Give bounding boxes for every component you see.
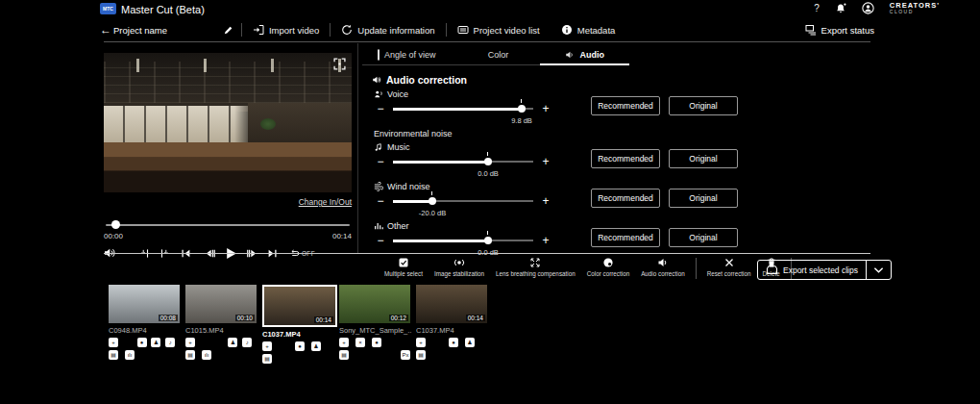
export-options-chevron-icon[interactable] (866, 261, 891, 279)
wind-noise-original-button[interactable]: Original (669, 189, 738, 208)
clip-item[interactable]: 00:12 Sony_MTC_Sample_... +×● ▤Px (339, 285, 412, 360)
project-video-list-button[interactable]: Project video list (447, 22, 551, 38)
clip-filename: Sony_MTC_Sample_... (339, 326, 412, 335)
wind-noise-icon (374, 182, 383, 191)
seek-track[interactable] (106, 224, 350, 226)
header-bar: MTC Master Cut (Beta) ? CREATORS' CLOUD (0, 0, 980, 17)
notifications-bell-icon[interactable] (835, 3, 846, 14)
reset-correction-icon (723, 257, 735, 268)
other-slider[interactable] (393, 233, 533, 248)
lens-badge: ▤ (416, 350, 426, 360)
voice-recommended-button[interactable]: Recommended (591, 96, 660, 115)
music-badge: ♪ (242, 338, 252, 347)
tab-audio[interactable]: Audio (540, 45, 629, 64)
voice-row: Voice − + 9.8 dB Recommended Original (374, 86, 872, 125)
help-icon[interactable]: ? (814, 3, 820, 13)
audio-correction-icon (657, 257, 669, 268)
wind-noise-slider-thumb[interactable] (429, 197, 436, 205)
audio-icon (565, 50, 575, 60)
music-original-button[interactable]: Original (669, 149, 738, 168)
back-button[interactable]: ← (100, 23, 111, 37)
creators-cloud-logo: CREATORS' CLOUD (890, 2, 940, 14)
stabilization-badge: + (416, 338, 426, 347)
fullscreen-icon[interactable] (333, 58, 346, 70)
other-slider-thumb[interactable] (484, 237, 492, 244)
music-increase-button[interactable]: + (539, 155, 552, 168)
account-avatar-icon[interactable] (862, 2, 874, 14)
tab-angle-of-view[interactable]: Angle of view (362, 45, 452, 64)
voice-original-button[interactable]: Original (669, 96, 738, 115)
audio-correction-button[interactable]: Audio correction (635, 257, 691, 277)
stabilization-badge: + (339, 338, 349, 347)
clip-item[interactable]: 00:14 C1037.MP4 +●♟ ▤ (262, 285, 335, 364)
update-information-icon (341, 24, 353, 36)
tab-color[interactable]: Color (452, 45, 541, 64)
project-name: Project name (113, 25, 167, 36)
clip-filename: C1037.MP4 (416, 326, 489, 335)
clip-thumbnail[interactable]: 00:08 (109, 285, 180, 323)
export-clip-icon (766, 265, 778, 275)
seek-thumb[interactable] (111, 220, 120, 229)
other-recommended-button[interactable]: Recommended (591, 228, 660, 247)
clip-item[interactable]: 00:14 C1037.MP4 +●♟ ▤ (416, 285, 489, 360)
clip-badges-row2: ▤ılı (109, 350, 180, 360)
content-divider (104, 253, 870, 254)
color-correction-button[interactable]: Color correction (581, 257, 635, 277)
music-recommended-button[interactable]: Recommended (591, 149, 660, 168)
export-selected-clips-button[interactable]: Export selected clips (758, 261, 866, 279)
color-badge: ● (449, 338, 458, 347)
actions-divider (696, 258, 697, 279)
voice-decrease-button[interactable]: − (374, 102, 387, 115)
clip-thumbnail[interactable]: 00:14 (262, 285, 337, 327)
lens-breathing-compensation-button[interactable]: Lens breathing compensation (490, 257, 581, 277)
edit-project-name-icon[interactable] (223, 25, 233, 36)
other-icon (374, 221, 383, 231)
image-stabilization-icon (453, 257, 465, 268)
image-stabilization-button[interactable]: Image stabilization (429, 257, 490, 277)
reset-correction-button[interactable]: Reset correction (701, 257, 757, 277)
music-decrease-button[interactable]: − (374, 155, 387, 168)
import-video-button[interactable]: Import video (242, 22, 330, 38)
metadata-button[interactable]: Metadata (551, 22, 626, 38)
voice-increase-button[interactable]: + (539, 102, 552, 115)
stabilization-badge: + (262, 341, 272, 351)
environmental-noise-heading: Environmental noise (374, 129, 872, 139)
clip-thumbnail[interactable]: 00:14 (416, 285, 487, 323)
change-in-out-link[interactable]: Change In/Out (104, 197, 352, 207)
stabilization-badge: + (109, 338, 118, 347)
lens-badge: ▤ (262, 354, 272, 364)
other-increase-button[interactable]: + (539, 234, 552, 247)
other-decrease-button[interactable]: − (374, 234, 387, 247)
wind-noise-decrease-button[interactable]: − (374, 194, 387, 208)
preview-photo-mullions (104, 106, 257, 142)
wind-noise-recommended-button[interactable]: Recommended (591, 189, 660, 208)
clip-actions-bar: Multiple selectImage stabilizationLens b… (379, 257, 796, 282)
voice-badge: ♟ (151, 338, 160, 347)
export-selected-clips-label: Export selected clips (783, 265, 858, 275)
multiple-select-button[interactable]: Multiple select (379, 257, 429, 277)
music-value: 0.0 dB (478, 169, 499, 178)
preview-photo-plant (260, 118, 276, 130)
clip-thumbnail[interactable]: 00:10 (185, 285, 257, 323)
other-badge: ılı (125, 350, 135, 360)
voice-slider-thumb[interactable] (518, 105, 526, 113)
music-slider[interactable] (393, 154, 533, 169)
audio-correction-heading: Audio correction (386, 74, 467, 86)
preview-photo-tables (104, 142, 352, 192)
project-toolbar: ← Project name Import videoUpdate inform… (100, 19, 874, 40)
clip-item[interactable]: 00:10 C1015.MP4 +♟♪ ▤ılı (185, 285, 258, 360)
voice-slider[interactable] (393, 101, 533, 116)
other-original-button[interactable]: Original (669, 228, 738, 247)
wind-noise-slider[interactable] (393, 193, 533, 209)
music-slider-thumb[interactable] (484, 158, 492, 165)
other-badge: ılı (202, 350, 211, 360)
color-badge: ● (137, 338, 147, 347)
update-information-button[interactable]: Update information (331, 22, 445, 38)
clip-thumbnail[interactable]: 00:12 (339, 285, 410, 323)
export-status-button[interactable]: Export status (821, 25, 874, 36)
clip-item[interactable]: 00:08 C0948.MP4 +●♟♪ ▤ılı (109, 285, 182, 360)
clip-strip: 00:08 C0948.MP4 +●♟♪ ▤ılı 00:10 C1015.MP… (109, 285, 493, 364)
seek-bar[interactable] (104, 220, 352, 229)
mtc-logo: MTC (100, 3, 116, 14)
wind-noise-increase-button[interactable]: + (539, 194, 552, 208)
